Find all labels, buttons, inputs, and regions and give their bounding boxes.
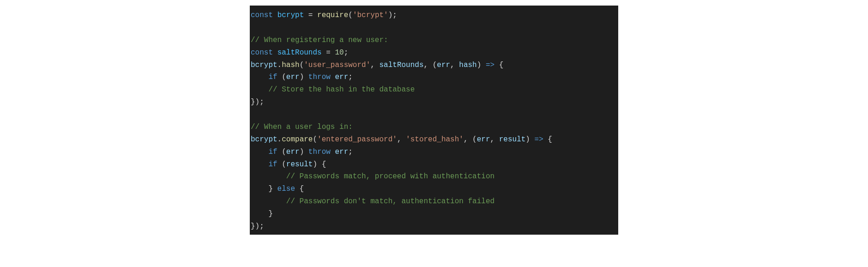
code-token: saltRounds bbox=[379, 61, 423, 69]
code-token: ( bbox=[300, 61, 304, 69]
code-line bbox=[250, 22, 618, 34]
code-token: if bbox=[268, 160, 277, 169]
code-token: saltRounds bbox=[277, 49, 322, 57]
code-token: ( bbox=[348, 11, 353, 19]
code-token: if bbox=[268, 73, 277, 81]
code-token: { bbox=[543, 135, 552, 144]
code-line: } bbox=[250, 208, 618, 220]
code-token: ( bbox=[313, 135, 317, 144]
code-token: ) bbox=[477, 61, 486, 69]
code-token: // When registering a new user: bbox=[251, 36, 388, 44]
code-line: // Passwords don't match, authentication… bbox=[250, 195, 618, 208]
code-line: if (err) throw err; bbox=[250, 71, 618, 84]
code-token: ; bbox=[348, 148, 353, 156]
code-line: }); bbox=[250, 220, 618, 233]
code-token: . bbox=[277, 135, 282, 144]
code-token: ) bbox=[525, 135, 534, 144]
code-token: , bbox=[490, 135, 499, 144]
code-line: } else { bbox=[250, 183, 618, 195]
code-line: // When a user logs in: bbox=[250, 121, 618, 134]
code-line: bcrypt.compare('entered_password', 'stor… bbox=[250, 134, 618, 146]
code-token: err bbox=[335, 148, 348, 156]
code-token: result bbox=[286, 160, 313, 169]
code-token: 10 bbox=[335, 49, 344, 57]
code-token: ); bbox=[388, 11, 397, 19]
code-token: => bbox=[486, 61, 494, 69]
code-line bbox=[250, 109, 618, 121]
code-token: else bbox=[277, 185, 295, 193]
code-token: 'user_password' bbox=[304, 61, 370, 69]
code-token: { bbox=[295, 185, 304, 193]
code-token: } bbox=[268, 185, 277, 193]
code-token: // When a user logs in: bbox=[251, 123, 353, 131]
code-token: hash bbox=[282, 61, 299, 69]
code-token: const bbox=[251, 11, 273, 19]
code-token: err bbox=[477, 135, 490, 144]
code-token bbox=[251, 160, 268, 169]
code-token: throw bbox=[308, 73, 331, 81]
code-token: , bbox=[370, 61, 379, 69]
code-token: ) bbox=[300, 148, 308, 156]
code-token: bcrypt bbox=[251, 61, 277, 69]
code-token: , ( bbox=[423, 61, 437, 69]
code-token: // Passwords don't match, authentication… bbox=[286, 197, 494, 206]
code-token: hash bbox=[459, 61, 476, 69]
code-token: ( bbox=[277, 160, 286, 169]
code-token: ( bbox=[277, 148, 286, 156]
code-line: const saltRounds = 10; bbox=[250, 47, 618, 59]
code-token: throw bbox=[308, 148, 331, 156]
code-token bbox=[273, 49, 277, 57]
code-token: err bbox=[286, 73, 300, 81]
code-token: ; bbox=[344, 49, 349, 57]
code-token: , bbox=[450, 61, 459, 69]
code-token: if bbox=[268, 148, 277, 156]
code-token: . bbox=[277, 61, 282, 69]
code-token: 'stored_hash' bbox=[406, 135, 464, 144]
code-line: // Store the hash in the database bbox=[250, 84, 618, 96]
code-token: const bbox=[251, 49, 273, 57]
code-line: // Passwords match, proceed with authent… bbox=[250, 170, 618, 183]
code-token: } bbox=[268, 210, 273, 218]
code-token: 'entered_password' bbox=[317, 135, 397, 144]
code-token: = bbox=[304, 11, 317, 19]
code-token bbox=[331, 73, 335, 81]
code-token: ) { bbox=[313, 160, 326, 169]
code-token bbox=[331, 148, 335, 156]
code-token bbox=[251, 197, 286, 206]
code-token: ( bbox=[277, 73, 286, 81]
code-token: require bbox=[317, 11, 348, 19]
code-token bbox=[251, 85, 268, 94]
code-token: }); bbox=[251, 222, 264, 231]
code-token bbox=[251, 172, 286, 181]
code-token: bcrypt bbox=[251, 135, 277, 144]
code-token: err bbox=[286, 148, 300, 156]
code-token: 'bcrypt' bbox=[353, 11, 388, 19]
code-token: err bbox=[335, 73, 348, 81]
code-line: if (result) { bbox=[250, 158, 618, 171]
code-token: // Passwords match, proceed with authent… bbox=[286, 172, 494, 181]
code-token: , bbox=[397, 135, 406, 144]
code-line: }); bbox=[250, 96, 618, 109]
code-token: result bbox=[499, 135, 526, 144]
code-token: bcrypt bbox=[277, 11, 304, 19]
code-token: ) bbox=[300, 73, 308, 81]
code-block: const bcrypt = require('bcrypt'); // Whe… bbox=[250, 6, 618, 235]
code-token bbox=[251, 73, 268, 81]
code-token: compare bbox=[282, 135, 313, 144]
code-line: // When registering a new user: bbox=[250, 34, 618, 47]
code-token: { bbox=[494, 61, 503, 69]
code-line: const bcrypt = require('bcrypt'); bbox=[250, 9, 618, 22]
code-token bbox=[251, 185, 268, 193]
code-token: }); bbox=[251, 98, 264, 106]
code-token: = bbox=[322, 49, 335, 57]
code-token bbox=[251, 210, 268, 218]
code-line: if (err) throw err; bbox=[250, 146, 618, 158]
code-token bbox=[273, 11, 277, 19]
code-token: => bbox=[535, 135, 543, 144]
code-token bbox=[251, 148, 268, 156]
code-token: , ( bbox=[464, 135, 477, 144]
code-token: // Store the hash in the database bbox=[268, 85, 415, 94]
code-line: bcrypt.hash('user_password', saltRounds,… bbox=[250, 59, 618, 72]
code-token: err bbox=[437, 61, 450, 69]
code-token: ; bbox=[348, 73, 353, 81]
